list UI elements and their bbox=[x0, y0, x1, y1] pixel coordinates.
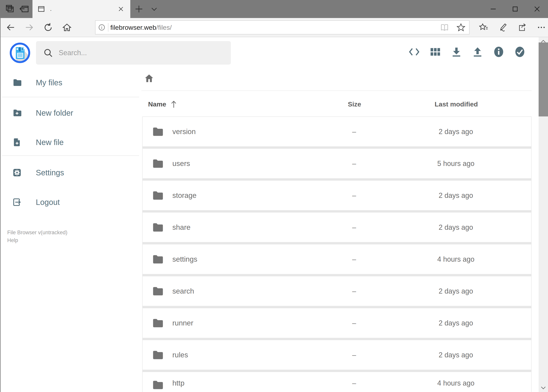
add-favorite-star-icon[interactable] bbox=[453, 21, 469, 34]
tabs-set-aside-preview-icon[interactable] bbox=[3, 0, 16, 18]
window-left-border bbox=[0, 18, 0, 392]
url-path: /files/ bbox=[156, 24, 172, 31]
scrollbar-down-arrow-icon[interactable] bbox=[539, 383, 548, 392]
file-row[interactable]: runner – 2 days ago bbox=[143, 308, 531, 338]
search-input[interactable] bbox=[59, 49, 219, 57]
tab-bar: . bbox=[0, 0, 548, 18]
column-header-modified[interactable]: Last modified bbox=[409, 100, 503, 108]
maximize-button[interactable] bbox=[504, 0, 526, 18]
upload-icon[interactable] bbox=[467, 40, 488, 64]
code-view-icon[interactable] bbox=[404, 40, 425, 64]
site-info-icon[interactable] bbox=[96, 23, 108, 31]
address-bar[interactable]: filebrowser.web/files/ bbox=[95, 20, 470, 35]
forward-button[interactable] bbox=[20, 18, 39, 37]
folder-icon bbox=[12, 78, 22, 87]
file-modified: 4 hours ago bbox=[409, 379, 503, 387]
home-icon bbox=[144, 73, 154, 83]
listing-header: Name Size Last modified bbox=[142, 96, 532, 112]
file-row[interactable]: search – 2 days ago bbox=[143, 276, 531, 306]
file-row[interactable]: storage – 2 days ago bbox=[143, 181, 531, 210]
web-note-pen-icon[interactable] bbox=[493, 18, 513, 37]
url-text[interactable]: filebrowser.web/files/ bbox=[110, 24, 436, 31]
close-window-button[interactable] bbox=[526, 0, 548, 18]
file-row[interactable]: http – 4 hours ago bbox=[143, 372, 531, 392]
file-size: – bbox=[299, 379, 409, 387]
page-favicon-icon bbox=[38, 5, 45, 13]
navigation-bar: filebrowser.web/files/ bbox=[0, 18, 548, 37]
home-button[interactable] bbox=[57, 18, 76, 37]
share-icon[interactable] bbox=[513, 18, 532, 37]
filebrowser-logo-icon[interactable] bbox=[9, 42, 31, 64]
help-link[interactable]: Help bbox=[7, 236, 18, 244]
info-icon[interactable] bbox=[488, 40, 509, 64]
file-modified: 2 days ago bbox=[409, 128, 503, 136]
folder-icon bbox=[150, 253, 165, 265]
file-modified: 4 hours ago bbox=[409, 255, 503, 263]
file-row[interactable]: users – 5 hours ago bbox=[143, 149, 531, 178]
file-name: rules bbox=[172, 351, 299, 359]
file-list: version – 2 days ago users – 5 hours ago bbox=[142, 116, 532, 392]
file-name: search bbox=[172, 287, 299, 295]
address-bar-divider bbox=[108, 23, 108, 32]
file-name: http bbox=[172, 379, 299, 387]
file-row[interactable]: share – 2 days ago bbox=[143, 213, 531, 242]
search-bar[interactable] bbox=[36, 41, 231, 65]
file-size: – bbox=[299, 191, 409, 200]
browser-tab[interactable]: . bbox=[33, 0, 130, 18]
new-tab-button[interactable] bbox=[132, 0, 146, 18]
sidebar-divider bbox=[2, 97, 139, 97]
file-name: storage bbox=[172, 191, 299, 200]
note-add-icon bbox=[12, 138, 22, 147]
column-header-size[interactable]: Size bbox=[300, 100, 409, 108]
file-row[interactable]: settings – 4 hours ago bbox=[143, 245, 531, 274]
file-size: – bbox=[299, 287, 409, 295]
file-modified: 2 days ago bbox=[409, 191, 503, 200]
page-scrollbar[interactable] bbox=[539, 37, 548, 392]
sidebar-item-my-files[interactable]: My files bbox=[0, 72, 141, 93]
favorites-hub-icon[interactable] bbox=[474, 18, 493, 37]
download-icon[interactable] bbox=[446, 40, 467, 64]
file-row[interactable]: rules – 2 days ago bbox=[143, 340, 531, 370]
minimize-button[interactable] bbox=[482, 0, 504, 18]
file-size: – bbox=[299, 223, 409, 231]
tab-title: . bbox=[50, 6, 117, 12]
file-modified: 5 hours ago bbox=[409, 160, 503, 168]
scrollbar-thumb[interactable] bbox=[539, 42, 548, 116]
file-name: runner bbox=[172, 319, 299, 327]
tab-close-icon[interactable] bbox=[117, 5, 125, 13]
breadcrumb-home-button[interactable] bbox=[143, 72, 155, 84]
sidebar-item-logout[interactable]: Logout bbox=[0, 191, 141, 213]
file-size: – bbox=[299, 255, 409, 263]
set-tabs-aside-icon[interactable] bbox=[17, 0, 31, 18]
folder-icon bbox=[150, 317, 165, 329]
tab-list-chevron-icon[interactable] bbox=[147, 0, 161, 18]
grid-view-icon[interactable] bbox=[425, 40, 446, 64]
folder-icon bbox=[150, 222, 165, 233]
file-name: settings bbox=[172, 255, 299, 263]
more-options-icon[interactable] bbox=[532, 18, 548, 37]
app-header bbox=[0, 37, 548, 67]
refresh-button[interactable] bbox=[39, 18, 57, 37]
file-row[interactable]: version – 2 days ago bbox=[143, 117, 531, 146]
back-button[interactable] bbox=[1, 18, 20, 37]
sidebar-item-label: New folder bbox=[36, 109, 73, 117]
sidebar-item-label: My files bbox=[36, 78, 62, 87]
sort-ascending-arrow-icon bbox=[169, 100, 178, 108]
file-size: – bbox=[299, 160, 409, 168]
sidebar: My files New folder New file bbox=[0, 67, 141, 392]
sidebar-item-new-folder[interactable]: New folder bbox=[0, 102, 141, 124]
sidebar-item-new-file[interactable]: New file bbox=[0, 132, 141, 153]
reading-view-icon[interactable] bbox=[436, 21, 453, 34]
sidebar-footer: File Browser v(untracked) Help bbox=[7, 229, 68, 244]
sidebar-item-label: Settings bbox=[36, 168, 64, 177]
sort-by-name-button[interactable]: Name bbox=[148, 100, 300, 108]
select-check-circle-icon[interactable] bbox=[509, 40, 530, 64]
browser-toolbar-right bbox=[474, 18, 548, 37]
file-name: users bbox=[172, 160, 299, 168]
file-modified: 2 days ago bbox=[409, 351, 503, 359]
window-controls bbox=[482, 0, 548, 18]
sidebar-item-label: New file bbox=[36, 138, 64, 147]
folder-icon bbox=[150, 126, 165, 138]
file-modified: 2 days ago bbox=[409, 319, 503, 327]
sidebar-item-settings[interactable]: Settings bbox=[0, 162, 141, 183]
